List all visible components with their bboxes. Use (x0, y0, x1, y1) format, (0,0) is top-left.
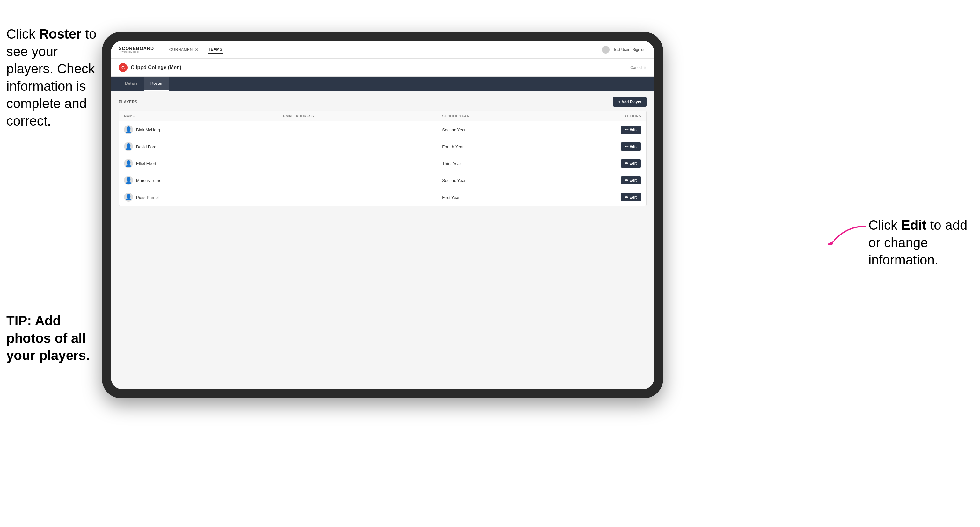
player-name-cell: 👤 David Ford (124, 142, 283, 151)
col-header-email: EMAIL ADDRESS (283, 114, 442, 118)
avatar: 👤 (124, 142, 133, 151)
table-row: 👤 Piers Parnell First Year ✏ Edit (119, 189, 646, 205)
player-name-cell: 👤 Elliot Ebert (124, 159, 283, 168)
actions-cell: ✏ Edit (562, 176, 641, 184)
actions-cell: ✏ Edit (562, 159, 641, 168)
player-name: David Ford (136, 144, 156, 149)
players-label: PLAYERS (119, 100, 137, 104)
school-year-cell: Second Year (442, 127, 562, 132)
actions-cell: ✏ Edit (562, 125, 641, 134)
player-name: Piers Parnell (136, 195, 160, 200)
app-header: SCOREBOARD Powered by clippi TOURNAMENTS… (111, 41, 654, 59)
roster-bold: Roster (39, 27, 82, 41)
add-player-button[interactable]: + Add Player (613, 97, 646, 107)
edit-button[interactable]: ✏ Edit (621, 193, 641, 202)
tab-roster[interactable]: Roster (144, 77, 169, 91)
avatar: 👤 (124, 159, 133, 168)
user-icon (602, 46, 609, 54)
table-row: 👤 Marcus Turner Second Year ✏ Edit (119, 172, 646, 189)
actions-cell: ✏ Edit (562, 193, 641, 202)
logo-area: SCOREBOARD Powered by clippi (119, 46, 154, 53)
user-text: Test User | Sign out (613, 48, 647, 52)
player-name-cell: 👤 Piers Parnell (124, 193, 283, 202)
team-name-area: C Clippd College (Men) (119, 63, 181, 72)
avatar: 👤 (124, 193, 133, 202)
tab-details[interactable]: Details (119, 77, 144, 91)
team-header-bar: C Clippd College (Men) Cancel ✕ (111, 59, 654, 77)
tablet-screen: SCOREBOARD Powered by clippi TOURNAMENTS… (111, 41, 654, 389)
edit-bold: Edit (901, 217, 926, 233)
header-left: SCOREBOARD Powered by clippi TOURNAMENTS… (119, 46, 223, 54)
school-year-cell: First Year (442, 195, 562, 200)
edit-button[interactable]: ✏ Edit (621, 125, 641, 134)
logo-text: SCOREBOARD (119, 46, 154, 51)
col-header-actions: ACTIONS (562, 114, 641, 118)
players-section-header: PLAYERS + Add Player (119, 97, 646, 107)
content-area: PLAYERS + Add Player NAME EMAIL ADDRESS … (111, 91, 654, 212)
player-name-cell: 👤 Marcus Turner (124, 176, 283, 185)
edit-arrow (827, 223, 869, 245)
nav-teams[interactable]: TEAMS (208, 46, 223, 54)
edit-button[interactable]: ✏ Edit (621, 159, 641, 168)
left-annotation: Click Roster to see your players. Check … (6, 25, 99, 130)
school-year-cell: Second Year (442, 178, 562, 183)
right-annotation: Click Edit to add or change information. (869, 217, 970, 269)
table-row: 👤 Elliot Ebert Third Year ✏ Edit (119, 155, 646, 172)
player-name-cell: 👤 Blair McHarg (124, 125, 283, 134)
table-row: 👤 David Ford Fourth Year ✏ Edit (119, 138, 646, 155)
player-name: Marcus Turner (136, 178, 163, 183)
edit-button[interactable]: ✏ Edit (621, 176, 641, 184)
players-table: NAME EMAIL ADDRESS SCHOOL YEAR ACTIONS 👤… (119, 111, 646, 206)
player-name: Blair McHarg (136, 127, 160, 132)
team-title: Clippd College (Men) (131, 65, 181, 70)
tablet-frame: SCOREBOARD Powered by clippi TOURNAMENTS… (102, 32, 663, 398)
tip-annotation: TIP: Add photos of all your players. (6, 312, 105, 365)
avatar: 👤 (124, 176, 133, 185)
table-row: 👤 Blair McHarg Second Year ✏ Edit (119, 121, 646, 138)
table-header-row: NAME EMAIL ADDRESS SCHOOL YEAR ACTIONS (119, 111, 646, 121)
header-right: Test User | Sign out (602, 46, 647, 54)
header-nav: TOURNAMENTS TEAMS (167, 46, 222, 54)
tab-bar: Details Roster (111, 77, 654, 91)
col-header-name: NAME (124, 114, 283, 118)
col-header-year: SCHOOL YEAR (442, 114, 562, 118)
cancel-button[interactable]: Cancel ✕ (630, 65, 646, 70)
edit-button[interactable]: ✏ Edit (621, 143, 641, 151)
school-year-cell: Third Year (442, 161, 562, 166)
logo-sub: Powered by clippi (119, 51, 154, 53)
school-year-cell: Fourth Year (442, 144, 562, 149)
avatar: 👤 (124, 125, 133, 134)
nav-tournaments[interactable]: TOURNAMENTS (167, 46, 198, 53)
team-logo: C (119, 63, 127, 72)
actions-cell: ✏ Edit (562, 143, 641, 151)
player-name: Elliot Ebert (136, 161, 156, 166)
